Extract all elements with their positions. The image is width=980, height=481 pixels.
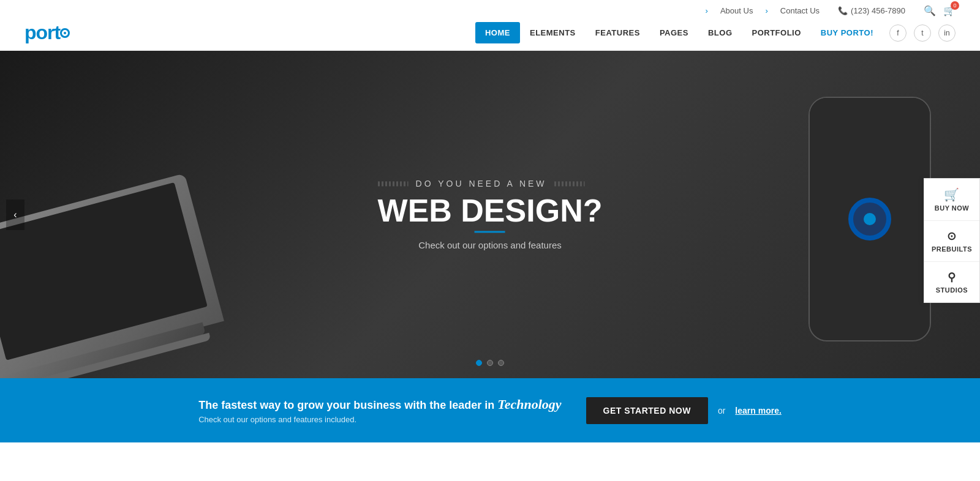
header-icons: 🔍 🛒 0 (924, 5, 956, 17)
hero-description: Check out our options and features (378, 240, 603, 250)
cart-icon[interactable]: 🛒 0 (943, 5, 956, 17)
social-links: f t in (889, 24, 956, 42)
buy-now-label: BUY NOW (935, 204, 969, 212)
chevron-icon-2: › (765, 6, 767, 15)
prebuilts-widget[interactable]: ⊙ PREBUILTS (924, 221, 979, 262)
banner-text-block: The fastest way to grow your business wi… (198, 397, 561, 424)
about-us-link[interactable]: About Us (720, 6, 753, 15)
main-nav: HOME ELEMENTS FEATURES PAGES BLOG PORTFO… (475, 22, 956, 43)
hero-subtitle: DO YOU NEED A NEW (378, 179, 603, 188)
banner-headline: The fastest way to grow your business wi… (198, 397, 561, 412)
banner-headline-cursive: Technology (497, 397, 561, 412)
hero-slider: DO YOU NEED A NEW WEB DESIGN? Check out … (0, 51, 980, 378)
nav-portfolio[interactable]: PORTFOLIO (742, 22, 811, 43)
bottom-banner: The fastest way to grow your business wi… (0, 378, 980, 442)
hero-title: WEB DESIGN? (378, 193, 603, 228)
slider-dot-3[interactable] (498, 360, 504, 366)
hero-laptop-image (0, 195, 221, 378)
logo[interactable]: port (24, 21, 70, 44)
nav-elements[interactable]: ELEMENTS (520, 22, 586, 43)
nav-blog[interactable]: BLOG (698, 22, 742, 43)
nav-buy-porto[interactable]: BUY PORTO! (811, 22, 883, 43)
phone-logo (848, 198, 891, 240)
banner-cta-group: Get Started Now or learn more. (586, 397, 782, 424)
header: › About Us › Contact Us 📞 (123) 456-7890… (0, 0, 980, 51)
hero-title-underline (475, 231, 505, 233)
nav-features[interactable]: FEATURES (586, 22, 650, 43)
phone-body (809, 97, 931, 341)
hero-content: DO YOU NEED A NEW WEB DESIGN? Check out … (378, 179, 603, 250)
slider-dot-1[interactable] (476, 360, 482, 366)
phone-icon: 📞 (838, 6, 848, 15)
nav-home[interactable]: HOME (475, 22, 520, 43)
buy-now-widget[interactable]: 🛒 BUY NOW (924, 179, 979, 221)
phone-screen (810, 98, 930, 340)
prebuilts-label: PREBUILTS (932, 245, 972, 253)
learn-more-link[interactable]: learn more. (735, 406, 781, 416)
chevron-icon: › (706, 6, 708, 15)
contact-us-link[interactable]: Contact Us (780, 6, 820, 15)
banner-or-text: or (718, 406, 725, 416)
search-icon[interactable]: 🔍 (924, 5, 936, 17)
slider-dot-2[interactable] (487, 360, 493, 366)
header-main: port HOME ELEMENTS FEATURES PAGES BLOG P… (0, 21, 980, 50)
facebook-icon[interactable]: f (889, 24, 907, 42)
cart-badge: 0 (951, 1, 959, 10)
banner-subtext: Check out our options and features inclu… (198, 415, 561, 424)
phone-number: 📞 (123) 456-7890 (838, 6, 905, 15)
logo-text: port (24, 21, 60, 44)
logo-ring-icon (60, 28, 70, 38)
studios-label: STUDIOS (936, 286, 968, 294)
studios-widget[interactable]: ⚲ STUDIOS (924, 262, 979, 302)
cart-widget-icon: 🛒 (932, 187, 972, 202)
nav-pages[interactable]: PAGES (650, 22, 698, 43)
prebuilts-widget-icon: ⊙ (932, 229, 972, 243)
linkedin-icon[interactable]: in (938, 24, 956, 42)
slider-dots (476, 360, 504, 366)
twitter-icon[interactable]: t (914, 24, 931, 42)
side-widgets-panel: 🛒 BUY NOW ⊙ PREBUILTS ⚲ STUDIOS (924, 178, 980, 303)
studios-widget-icon: ⚲ (932, 270, 972, 284)
get-started-button[interactable]: Get Started Now (586, 397, 708, 424)
slider-prev-button[interactable]: ‹ (6, 199, 24, 230)
header-top-bar: › About Us › Contact Us 📞 (123) 456-7890… (0, 0, 980, 21)
